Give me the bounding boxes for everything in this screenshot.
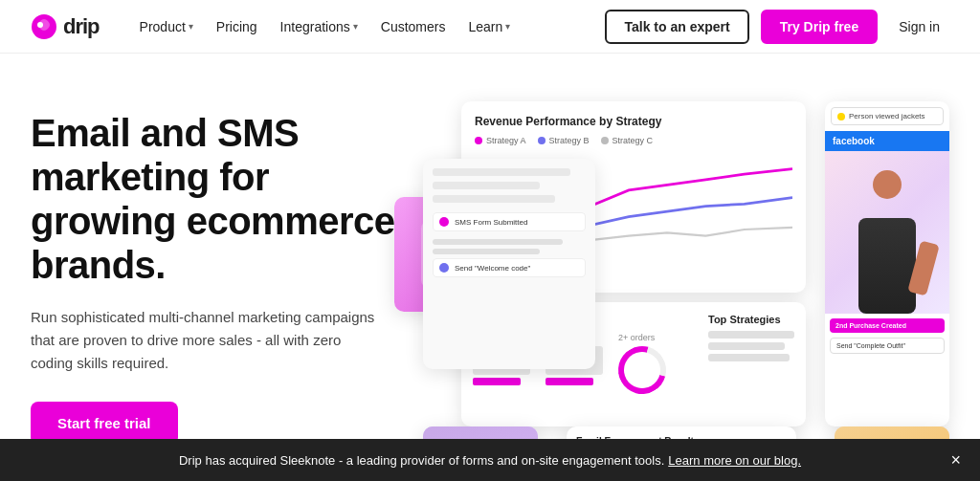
drip-logo-icon — [31, 13, 57, 40]
talk-expert-button[interactable]: Talk to an expert — [605, 10, 748, 44]
nav-items: Product ▾ Pricing Integrations ▾ Custome… — [130, 13, 606, 40]
hero-visual: Revenue Performance by Strategy Strategy… — [433, 101, 949, 439]
legend-dot-3 — [601, 137, 609, 144]
acquisition-banner: Drip has acquired Sleeknote - a leading … — [0, 439, 980, 481]
hero-left: Email and SMS marketing for growing ecom… — [31, 101, 413, 439]
banner-close-button[interactable]: × — [950, 450, 961, 470]
nav-product[interactable]: Product ▾ — [130, 13, 203, 40]
signin-button[interactable]: Sign in — [889, 11, 949, 42]
person-left-card — [423, 426, 538, 439]
automation-card: SMS Form Submitted Send "Welcome code" — [423, 159, 595, 369]
hero-title: Email and SMS marketing for growing ecom… — [31, 111, 413, 287]
nav-actions: Talk to an expert Try Drip free Sign in — [605, 10, 949, 44]
fb-header: facebook — [825, 131, 949, 151]
welcome-icon — [439, 263, 449, 273]
fb-dot — [837, 113, 845, 120]
hero-section: Email and SMS marketing for growing ecom… — [0, 54, 980, 439]
fb-badge-2: Send "Complete Outfit" — [830, 338, 945, 354]
banner-link[interactable]: Learn more on our blog. — [668, 453, 801, 468]
start-trial-button[interactable]: Start free trial — [31, 402, 178, 439]
revenue-chart-title: Revenue Performance by Strategy — [475, 115, 792, 128]
sms-icon — [439, 217, 449, 227]
fb-image-area — [825, 151, 949, 314]
sms-form-row: SMS Form Submitted — [433, 212, 586, 231]
legend-dot-1 — [475, 137, 482, 144]
journey-col-2: 2+ orders — [618, 333, 666, 394]
top-strategies-title: Top Strategies — [708, 314, 794, 325]
nav-learn[interactable]: Learn ▾ — [458, 13, 520, 40]
nav-integrations[interactable]: Integrations ▾ — [271, 13, 368, 40]
legend-dot-2 — [538, 137, 546, 144]
chevron-down-icon: ▾ — [353, 21, 358, 32]
legend-item-3: Strategy C — [601, 136, 654, 145]
hero-subtitle: Run sophisticated multi-channel marketin… — [31, 306, 375, 375]
facebook-card: Person viewed jackets facebook 2nd Purch… — [825, 101, 949, 426]
legend-item-2: Strategy B — [538, 136, 590, 145]
welcome-code-row: Send "Welcome code" — [433, 258, 586, 277]
welcome-code-label: Send "Welcome code" — [455, 264, 530, 273]
svg-point-1 — [37, 22, 43, 28]
legend-item-1: Strategy A — [475, 136, 526, 145]
journey-col-2-header: 2+ orders — [618, 333, 666, 342]
sms-form-label: SMS Form Submitted — [455, 218, 527, 227]
navbar: drip Product ▾ Pricing Integrations ▾ Cu… — [0, 0, 980, 54]
nav-customers[interactable]: Customers — [371, 13, 456, 40]
fb-person-tag: Person viewed jackets — [831, 107, 944, 125]
person-right-card — [835, 426, 949, 439]
chart-legend: Strategy A Strategy B Strategy C — [475, 136, 792, 145]
top-strategies-section: Top Strategies — [708, 314, 794, 361]
nav-pricing[interactable]: Pricing — [207, 13, 267, 40]
logo[interactable]: drip — [31, 13, 100, 40]
try-free-button[interactable]: Try Drip free — [761, 10, 878, 44]
email-engagement-card: Email Engagement Results — [567, 426, 796, 439]
logo-text: drip — [63, 14, 100, 39]
fb-badge-1: 2nd Purchase Created — [830, 318, 945, 333]
chevron-down-icon: ▾ — [189, 21, 193, 32]
fb-person-text: Person viewed jackets — [849, 112, 925, 120]
chevron-down-icon: ▾ — [505, 21, 510, 32]
banner-text: Drip has acquired Sleeknote - a leading … — [179, 453, 664, 468]
